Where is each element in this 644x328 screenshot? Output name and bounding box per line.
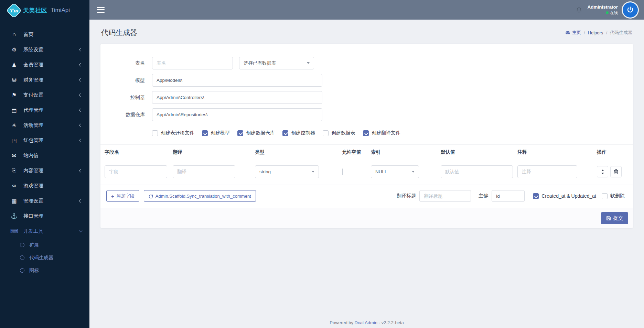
existing-table-select[interactable]: 选择已有数据表 xyxy=(239,57,314,69)
column-header-type: 类型 xyxy=(255,149,342,155)
sidebar-item-games[interactable]: ∞ 游戏管理 xyxy=(0,178,89,193)
controller-label: 控制器 xyxy=(105,95,145,101)
field-index-select[interactable]: NULL xyxy=(371,165,419,178)
main-area: Administrator 在线 代码生成器 主页 / Helpers / 代码… xyxy=(89,0,644,328)
sort-arrows-icon xyxy=(601,170,605,174)
sidebar-item-api[interactable]: ⚓ 接口管理 xyxy=(0,208,89,223)
user-menu[interactable]: Administrator 在线 xyxy=(587,4,618,15)
breadcrumb-home-link[interactable]: 主页 xyxy=(565,30,581,36)
sidebar-item-activities[interactable]: ✳ 活动管理 xyxy=(0,118,89,133)
field-type-select[interactable]: string xyxy=(255,165,319,178)
checkbox-icon[interactable] xyxy=(202,130,208,136)
checkbox-icon[interactable] xyxy=(533,193,539,199)
chevron-down-icon xyxy=(412,171,415,173)
topbar: Administrator 在线 xyxy=(89,0,644,20)
chevron-left-icon xyxy=(79,78,83,81)
plus-icon: + xyxy=(111,193,114,199)
option-create-model[interactable]: 创建模型 xyxy=(202,130,230,136)
generate-options: 创建表迁移文件 创建模型 创建数据仓库 创建控制器 创建数据表 xyxy=(152,130,633,136)
save-icon xyxy=(606,216,611,221)
card-footer: 提交 xyxy=(100,208,633,228)
nullable-checkbox[interactable] xyxy=(342,168,343,175)
sidebar: Tm 天美社区 TimiApi ⌂ 首页 ⚙ 系统设置 ♟ 会员管理 ⛁ 财务管… xyxy=(0,0,89,328)
checkbox-icon[interactable] xyxy=(363,130,369,136)
sync-translation-button[interactable]: Admin.Scaffold.Sync_translation_with_com… xyxy=(144,190,256,202)
chevron-left-icon xyxy=(79,93,83,97)
checkbox-icon[interactable] xyxy=(282,130,288,136)
keyboard-icon: ⌨ xyxy=(10,228,18,234)
field-name-input[interactable] xyxy=(105,165,167,178)
id-card-icon: ▦ xyxy=(10,198,18,204)
sidebar-item-admin-settings[interactable]: ▦ 管理设置 xyxy=(0,193,89,208)
field-comment-input[interactable] xyxy=(517,165,577,178)
controller-input[interactable] xyxy=(152,91,322,104)
add-field-button[interactable]: + 添加字段 xyxy=(106,190,139,202)
gamepad-icon: ∞ xyxy=(10,183,18,189)
option-create-translation[interactable]: 创建翻译文件 xyxy=(363,130,400,136)
chevron-left-icon xyxy=(79,48,83,51)
sidebar-item-content[interactable]: ⎘ 内容管理 xyxy=(0,163,89,178)
table-name-input[interactable] xyxy=(152,57,233,69)
sidebar-item-home[interactable]: ⌂ 首页 xyxy=(0,27,89,42)
page-header: 代码生成器 主页 / Helpers / 代码生成器 xyxy=(89,20,644,44)
chevron-down-icon xyxy=(307,62,310,64)
table-toolbar: + 添加字段 Admin.Scaffold.Sync_translation_w… xyxy=(100,185,633,208)
breadcrumb: 主页 / Helpers / 代码生成器 xyxy=(565,30,632,36)
field-default-input[interactable] xyxy=(441,165,513,178)
sidebar-item-icons[interactable]: 图标 xyxy=(0,264,89,277)
sidebar-toggle-button[interactable] xyxy=(97,6,105,14)
notifications-bell-icon[interactable] xyxy=(576,7,582,13)
checkbox-icon[interactable] xyxy=(237,130,243,136)
home-icon: ⌂ xyxy=(10,31,18,37)
table-name-row: 表名 选择已有数据表 xyxy=(100,57,633,69)
sidebar-item-members[interactable]: ♟ 会员管理 xyxy=(0,57,89,72)
sidebar-item-payment-settings[interactable]: ⚑ 支付设置 xyxy=(0,87,89,102)
brand-badge-icon: Tm xyxy=(6,2,22,19)
online-status-icon xyxy=(606,11,609,14)
checkbox-icon[interactable] xyxy=(323,130,329,136)
sidebar-item-agents[interactable]: ▤ 代理管理 xyxy=(0,102,89,118)
model-label: 模型 xyxy=(105,77,145,84)
checkbox-icon[interactable] xyxy=(152,130,158,136)
sidebar-item-code-generator[interactable]: 代码生成器 xyxy=(0,251,89,264)
submit-button[interactable]: 提交 xyxy=(601,212,628,224)
controller-row: 控制器 xyxy=(100,91,633,104)
brand-logo[interactable]: Tm 天美社区 TimiApi xyxy=(0,0,89,21)
repository-label: 数据仓库 xyxy=(105,112,145,118)
sidebar-nav: ⌂ 首页 ⚙ 系统设置 ♟ 会员管理 ⛁ 财务管理 ⚑ 支付设置 ▤ 代理管理 xyxy=(0,27,89,277)
chevron-down-icon xyxy=(79,229,83,232)
checkbox-icon[interactable] xyxy=(602,193,608,199)
sidebar-item-site-mail[interactable]: ✉ 站内信 xyxy=(0,148,89,163)
model-input[interactable] xyxy=(152,74,322,87)
field-translation-input[interactable] xyxy=(173,165,235,178)
option-create-repository[interactable]: 创建数据仓库 xyxy=(237,130,275,136)
move-row-button[interactable] xyxy=(597,166,608,177)
primary-key-input[interactable] xyxy=(492,190,525,202)
soft-delete-option[interactable]: 软删除 xyxy=(602,193,625,199)
anchor-icon: ⚓ xyxy=(10,213,18,219)
breadcrumb-helpers-link[interactable]: Helpers xyxy=(588,30,603,35)
sidebar-item-extensions[interactable]: 扩展 xyxy=(0,239,89,251)
brand-subtitle: TimiApi xyxy=(51,7,70,14)
option-create-migration[interactable]: 创建表迁移文件 xyxy=(152,130,194,136)
sidebar-item-red-packets[interactable]: ◳ 红包管理 xyxy=(0,133,89,148)
code-generator-card: 表名 选择已有数据表 模型 控制器 数据仓库 xyxy=(100,44,633,228)
sidebar-item-system-settings[interactable]: ⚙ 系统设置 xyxy=(0,42,89,57)
online-status-text: 在线 xyxy=(610,10,618,15)
chevron-left-icon xyxy=(79,123,83,127)
chevron-left-icon xyxy=(79,63,83,66)
asterisk-icon: ✳ xyxy=(10,122,18,129)
delete-row-button[interactable] xyxy=(610,166,622,177)
sidebar-item-dev-tools[interactable]: ⌨ 开发工具 xyxy=(0,223,89,239)
timestamps-option[interactable]: Created_at & Updated_at xyxy=(533,193,596,199)
column-header-default: 默认值 xyxy=(441,149,517,155)
option-create-table[interactable]: 创建数据表 xyxy=(323,130,355,136)
avatar[interactable] xyxy=(623,2,638,18)
option-create-controller[interactable]: 创建控制器 xyxy=(282,130,315,136)
repository-input[interactable] xyxy=(152,108,322,121)
sidebar-item-finance[interactable]: ⛁ 财务管理 xyxy=(0,72,89,87)
dcat-admin-link[interactable]: Dcat Admin xyxy=(355,320,377,325)
page-title: 代码生成器 xyxy=(101,28,137,37)
table-name-label: 表名 xyxy=(105,60,145,66)
translation-title-input[interactable] xyxy=(419,190,471,202)
